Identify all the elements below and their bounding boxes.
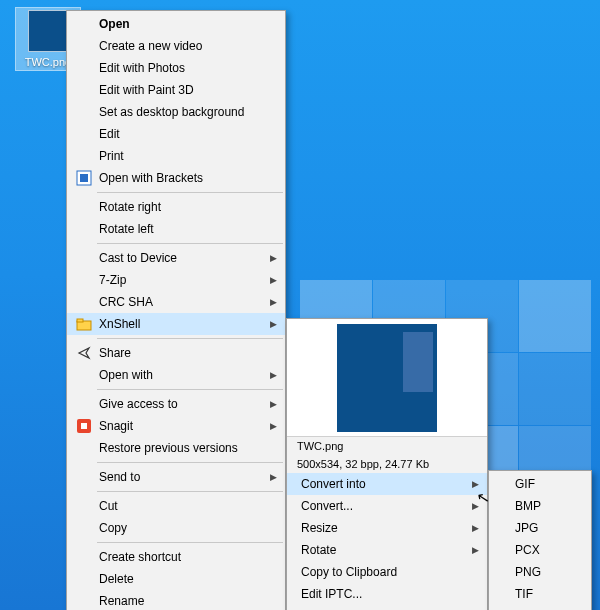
menu-item-label: Open with Brackets	[99, 171, 203, 185]
menu-item-label: Give access to	[99, 397, 178, 411]
menu-item-cut[interactable]: Cut	[67, 495, 285, 517]
menu-item-open-with-brackets[interactable]: Open with Brackets	[67, 167, 285, 189]
menu-item-cast-to-device[interactable]: Cast to Device▶	[67, 247, 285, 269]
menu-item-create-new-video[interactable]: Create a new video	[67, 35, 285, 57]
submenu-arrow-icon: ▶	[270, 275, 277, 285]
format-item-fmt-bmp[interactable]: BMP	[489, 495, 591, 517]
menu-item-label: Copy to Clipboard	[301, 565, 397, 579]
submenu-arrow-icon: ▶	[270, 472, 277, 482]
blank-icon	[73, 37, 95, 55]
xnshell-item-copy-to-clipboard[interactable]: Copy to Clipboard	[287, 561, 487, 583]
menu-item-label: Edit with Paint 3D	[99, 83, 194, 97]
submenu-arrow-icon: ▶	[472, 501, 479, 511]
menu-item-label: Cast to Device	[99, 251, 177, 265]
menu-item-label: Cut	[99, 499, 118, 513]
format-item-fmt-tga[interactable]: TGA	[489, 605, 591, 610]
menu-item-rotate-right[interactable]: Rotate right	[67, 196, 285, 218]
menu-item-create-shortcut[interactable]: Create shortcut	[67, 546, 285, 568]
blank-icon	[73, 147, 95, 165]
separator	[97, 243, 283, 244]
menu-item-open[interactable]: Open	[67, 13, 285, 35]
submenu-arrow-icon: ▶	[472, 545, 479, 555]
desktop[interactable]: TWC.png OpenCreate a new videoEdit with …	[0, 0, 600, 610]
menu-item-print[interactable]: Print	[67, 145, 285, 167]
menu-item-label: Convert...	[301, 499, 353, 513]
blank-icon	[73, 15, 95, 33]
menu-item-restore-previous-versions[interactable]: Restore previous versions	[67, 437, 285, 459]
svg-rect-3	[77, 319, 83, 322]
menu-item-label: JPG	[515, 521, 538, 535]
blank-icon	[73, 439, 95, 457]
menu-item-share[interactable]: Share	[67, 342, 285, 364]
xnshell-item-rotate[interactable]: Rotate▶	[287, 539, 487, 561]
menu-item-edit-with-paint3d[interactable]: Edit with Paint 3D	[67, 79, 285, 101]
menu-item-label: Rename	[99, 594, 144, 608]
submenu-arrow-icon: ▶	[270, 319, 277, 329]
menu-item-seven-zip[interactable]: 7-Zip▶	[67, 269, 285, 291]
menu-item-copy[interactable]: Copy	[67, 517, 285, 539]
menu-item-delete[interactable]: Delete	[67, 568, 285, 590]
menu-item-open-with[interactable]: Open with▶	[67, 364, 285, 386]
format-item-fmt-png[interactable]: PNG	[489, 561, 591, 583]
menu-item-label: Edit	[99, 127, 120, 141]
menu-item-rotate-left[interactable]: Rotate left	[67, 218, 285, 240]
separator	[97, 389, 283, 390]
submenu-arrow-icon: ▶	[270, 253, 277, 263]
format-item-fmt-pcx[interactable]: PCX	[489, 539, 591, 561]
format-item-fmt-tif[interactable]: TIF	[489, 583, 591, 605]
menu-item-label: Rotate left	[99, 222, 154, 236]
menu-item-snagit[interactable]: Snagit▶	[67, 415, 285, 437]
menu-item-label: XnShell	[99, 317, 140, 331]
menu-item-label: PCX	[515, 543, 540, 557]
menu-item-edit-with-photos[interactable]: Edit with Photos	[67, 57, 285, 79]
blank-icon	[73, 468, 95, 486]
xnshell-item-send-imageshack[interactable]: Send to ImageShack®	[287, 605, 487, 610]
menu-item-label: Edit with Photos	[99, 61, 185, 75]
menu-item-label: Open with	[99, 368, 153, 382]
xnshell-item-edit-iptc[interactable]: Edit IPTC...	[287, 583, 487, 605]
format-item-fmt-gif[interactable]: GIF	[489, 473, 591, 495]
menu-item-xnshell[interactable]: XnShell▶	[67, 313, 285, 335]
blank-icon	[73, 497, 95, 515]
separator	[97, 192, 283, 193]
xnshell-item-convert-into[interactable]: Convert into▶	[287, 473, 487, 495]
menu-item-label: TIF	[515, 587, 533, 601]
file-thumbnail-icon	[28, 10, 68, 52]
blank-icon	[73, 395, 95, 413]
menu-item-edit[interactable]: Edit	[67, 123, 285, 145]
blank-icon	[73, 548, 95, 566]
blank-icon	[73, 249, 95, 267]
menu-item-label: Copy	[99, 521, 127, 535]
xnshell-item-resize[interactable]: Resize▶	[287, 517, 487, 539]
xnshell-fileinfo: 500x534, 32 bpp, 24.77 Kb	[287, 455, 487, 473]
menu-item-label: Set as desktop background	[99, 105, 244, 119]
menu-item-label: Convert into	[301, 477, 366, 491]
menu-item-label: Restore previous versions	[99, 441, 238, 455]
menu-item-set-desktop-background[interactable]: Set as desktop background	[67, 101, 285, 123]
context-menu: OpenCreate a new videoEdit with PhotosEd…	[66, 10, 286, 610]
blank-icon	[73, 59, 95, 77]
menu-item-label: GIF	[515, 477, 535, 491]
menu-item-send-to[interactable]: Send to▶	[67, 466, 285, 488]
menu-item-label: Rotate	[301, 543, 336, 557]
menu-item-crc-sha[interactable]: CRC SHA▶	[67, 291, 285, 313]
menu-item-label: Share	[99, 346, 131, 360]
blank-icon	[73, 271, 95, 289]
svg-rect-1	[80, 174, 88, 182]
separator	[97, 338, 283, 339]
convert-into-submenu: GIFBMPJPGPCXPNGTIFTGA	[488, 470, 592, 610]
submenu-arrow-icon: ▶	[270, 297, 277, 307]
xnshell-item-convert[interactable]: Convert...▶	[287, 495, 487, 517]
format-item-fmt-jpg[interactable]: JPG	[489, 517, 591, 539]
blank-icon	[73, 293, 95, 311]
menu-item-label: Print	[99, 149, 124, 163]
menu-item-label: Send to	[99, 470, 140, 484]
xnshell-submenu: TWC.png 500x534, 32 bpp, 24.77 Kb Conver…	[286, 318, 488, 610]
submenu-arrow-icon: ▶	[270, 370, 277, 380]
menu-item-rename[interactable]: Rename	[67, 590, 285, 610]
menu-item-label: 7-Zip	[99, 273, 126, 287]
menu-item-give-access-to[interactable]: Give access to▶	[67, 393, 285, 415]
blank-icon	[73, 519, 95, 537]
separator	[97, 542, 283, 543]
submenu-arrow-icon: ▶	[270, 399, 277, 409]
